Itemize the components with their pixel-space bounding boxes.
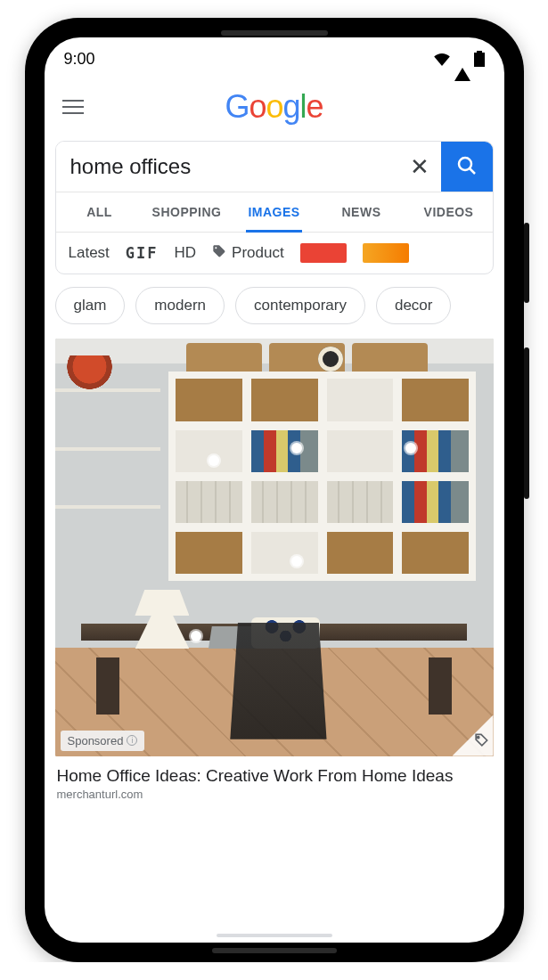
chip-modern[interactable]: modern bbox=[135, 287, 225, 324]
header: Google bbox=[45, 80, 504, 134]
chip-decor[interactable]: decor bbox=[376, 287, 452, 324]
tab-news[interactable]: NEWS bbox=[318, 192, 405, 232]
cellular-icon bbox=[454, 50, 470, 69]
search-input[interactable] bbox=[56, 142, 398, 192]
status-bar: 9:00 bbox=[45, 37, 504, 80]
chip-glam[interactable]: glam bbox=[55, 287, 126, 324]
google-logo[interactable]: Google bbox=[225, 88, 323, 126]
price-tag-icon bbox=[472, 731, 490, 753]
search-tabs: ALLSHOPPINGIMAGESNEWSVIDEOS bbox=[56, 192, 493, 233]
svg-point-4 bbox=[477, 736, 478, 738]
search-row: ✕ bbox=[56, 142, 493, 192]
clear-button[interactable]: ✕ bbox=[398, 142, 441, 192]
tab-shopping[interactable]: SHOPPING bbox=[143, 192, 231, 232]
svg-point-2 bbox=[459, 158, 471, 170]
shoppable-hotspot[interactable] bbox=[291, 556, 302, 567]
screen: 9:00 Google ✕ bbox=[45, 37, 504, 943]
filter-hd[interactable]: HD bbox=[175, 244, 197, 262]
tab-videos[interactable]: VIDEOS bbox=[405, 192, 493, 232]
phone-speaker bbox=[221, 30, 328, 36]
color-swatch-red[interactable] bbox=[300, 243, 347, 263]
svg-line-3 bbox=[470, 168, 475, 174]
shoppable-hotspot[interactable] bbox=[209, 455, 219, 466]
color-swatch-orange[interactable] bbox=[363, 243, 409, 263]
svg-rect-0 bbox=[474, 53, 485, 67]
tab-all[interactable]: ALL bbox=[56, 192, 143, 232]
nav-home-pill[interactable] bbox=[217, 934, 332, 937]
filter-latest[interactable]: Latest bbox=[69, 244, 110, 262]
phone-frame: 9:00 Google ✕ bbox=[25, 18, 524, 962]
svg-rect-1 bbox=[477, 51, 482, 53]
tab-images[interactable]: IMAGES bbox=[231, 192, 318, 232]
image-result: Sponsored i Home Office Ideas: Creative … bbox=[55, 339, 494, 803]
phone-power-button bbox=[524, 223, 529, 303]
wifi-icon bbox=[433, 52, 451, 66]
chip-contemporary[interactable]: contemporary bbox=[235, 287, 365, 324]
phone-volume-button bbox=[524, 347, 529, 499]
suggestion-chips: glammoderncontemporarydecor bbox=[45, 274, 504, 333]
filter-row: Latest GIF HD Product bbox=[56, 233, 493, 274]
result-title[interactable]: Home Office Ideas: Creative Work From Ho… bbox=[57, 765, 492, 787]
battery-icon bbox=[474, 51, 485, 67]
result-image[interactable]: Sponsored i bbox=[55, 339, 494, 756]
result-image-content bbox=[55, 339, 494, 756]
phone-speaker-bottom bbox=[212, 948, 337, 953]
result-source: merchanturl.com bbox=[57, 788, 492, 801]
search-card: ✕ ALLSHOPPINGIMAGESNEWSVIDEOS Latest GIF… bbox=[55, 141, 494, 274]
sponsored-badge: Sponsored i bbox=[61, 731, 145, 751]
filter-gif[interactable]: GIF bbox=[126, 244, 159, 262]
menu-button[interactable] bbox=[62, 100, 84, 114]
search-icon bbox=[456, 155, 478, 179]
info-icon[interactable]: i bbox=[127, 735, 137, 746]
tag-icon bbox=[212, 244, 226, 263]
shoppable-hotspot[interactable] bbox=[191, 631, 201, 641]
close-icon: ✕ bbox=[410, 153, 429, 181]
search-button[interactable] bbox=[441, 142, 493, 192]
status-time: 9:00 bbox=[64, 50, 95, 69]
filter-product[interactable]: Product bbox=[212, 244, 284, 263]
